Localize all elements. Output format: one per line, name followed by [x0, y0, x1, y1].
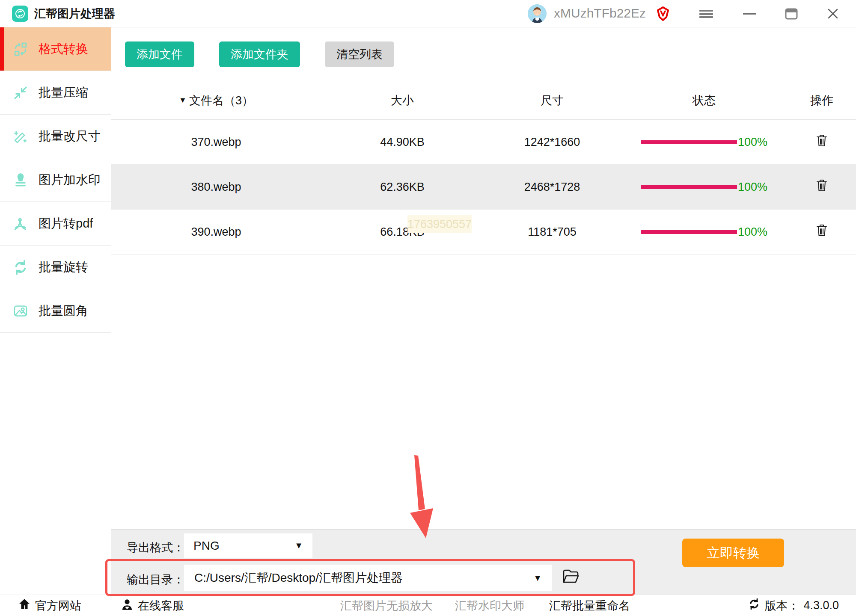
sidebar-item-batch-compress[interactable]: 批量压缩 [0, 71, 111, 115]
main-content: 添加文件 添加文件夹 清空列表 ▼ 文件名（3） 大小 尺寸 状态 操作 370… [111, 27, 856, 595]
user-avatar[interactable] [528, 4, 547, 23]
progress-bar [641, 185, 737, 189]
header-filename[interactable]: ▼ 文件名（3） [111, 93, 321, 108]
vip-badge-icon[interactable] [655, 6, 671, 24]
cell-dimensions: 1181*705 [484, 225, 621, 239]
output-dir-select[interactable]: C:/Users/汇帮/Desktop/汇帮图片处理器 ▼ [184, 565, 552, 591]
progress-label: 100% [738, 136, 767, 149]
cell-dimensions: 2468*1728 [484, 181, 621, 194]
link-lossless-upscale[interactable]: 汇帮图片无损放大 [340, 598, 433, 613]
header-action: 操作 [788, 93, 856, 108]
export-format-label: 导出格式： [127, 540, 184, 555]
cell-filename: 390.webp [191, 225, 241, 239]
sidebar-item-label: 图片加水印 [39, 172, 101, 189]
sidebar: 格式转换 批量压缩 批量改尺寸 [0, 27, 111, 595]
home-icon [18, 598, 31, 613]
header-status: 状态 [621, 93, 788, 108]
header-size: 大小 [321, 93, 484, 108]
sidebar-item-image-to-pdf[interactable]: 图片转pdf [0, 202, 111, 246]
sidebar-item-batch-round-corner[interactable]: 批量圆角 [0, 289, 111, 333]
version-info: 版本： 4.3.0.0 [748, 598, 839, 613]
window-menu-icon[interactable] [699, 10, 713, 18]
cell-filename: 380.webp [191, 181, 241, 194]
pdf-icon [13, 216, 28, 231]
cell-dimensions: 1242*1660 [484, 136, 621, 149]
sidebar-item-label: 批量圆角 [39, 302, 88, 320]
window-minimize-icon[interactable] [743, 13, 756, 15]
output-dir-label: 输出目录： [127, 572, 184, 587]
format-convert-icon [13, 41, 28, 57]
cell-size: 44.90KB [321, 136, 484, 149]
sidebar-item-label: 批量压缩 [39, 84, 88, 101]
table-header: ▼ 文件名（3） 大小 尺寸 状态 操作 [111, 81, 856, 120]
username-label[interactable]: xMUzhTFb22Ez [554, 0, 646, 27]
export-format-select[interactable]: PNG ▼ [184, 533, 312, 558]
table-row: 370.webp 44.90KB 1242*1660 100% [111, 120, 856, 165]
toolbar: 添加文件 添加文件夹 清空列表 [111, 27, 856, 81]
link-watermark-master[interactable]: 汇帮水印大师 [455, 598, 524, 613]
header-dimensions: 尺寸 [484, 93, 621, 108]
rounded-image-icon [13, 303, 28, 319]
add-file-button[interactable]: 添加文件 [125, 41, 194, 67]
browse-folder-button[interactable] [562, 568, 580, 586]
sidebar-item-label: 批量改尺寸 [39, 128, 101, 145]
watermark-stamp-icon [13, 172, 28, 188]
cell-size: 62.36KB [321, 181, 484, 194]
person-icon [121, 598, 134, 613]
progress-label: 100% [738, 181, 767, 194]
link-batch-rename[interactable]: 汇帮批量重命名 [549, 598, 630, 613]
clear-list-button[interactable]: 清空列表 [325, 41, 394, 67]
sidebar-item-batch-resize[interactable]: 批量改尺寸 [0, 115, 111, 158]
cell-filename: 370.webp [191, 136, 241, 149]
sidebar-item-label: 批量旋转 [39, 259, 88, 276]
sidebar-item-label: 格式转换 [39, 41, 88, 58]
sidebar-item-label: 图片转pdf [39, 215, 93, 232]
app-title: 汇帮图片处理器 [34, 0, 115, 27]
official-website-link[interactable]: 官方网站 [18, 598, 81, 613]
batch-rotate-icon [13, 260, 28, 275]
cell-size: 66.18KB [321, 225, 484, 239]
refresh-icon [748, 598, 760, 613]
header-filename-label: 文件名（3） [189, 93, 253, 108]
output-dir-path: C:/Users/汇帮/Desktop/汇帮图片处理器 [194, 570, 403, 586]
add-folder-button[interactable]: 添加文件夹 [219, 41, 300, 67]
version-value: 4.3.0.0 [803, 599, 839, 612]
delete-row-button[interactable] [815, 133, 828, 149]
app-logo-icon [12, 6, 28, 22]
table-row: 380.webp 62.36KB 2468*1728 100% [111, 165, 856, 210]
sidebar-item-watermark[interactable]: 图片加水印 [0, 158, 111, 202]
delete-row-button[interactable] [815, 178, 828, 194]
empty-list-area [111, 255, 856, 529]
online-service-link[interactable]: 在线客服 [121, 598, 184, 613]
sort-desc-icon[interactable]: ▼ [179, 96, 187, 105]
table-row: 390.webp 66.18KB 1181*705 100% [111, 210, 856, 255]
export-format-value: PNG [193, 539, 220, 553]
chevron-down-icon: ▼ [533, 573, 542, 583]
chevron-down-icon: ▼ [294, 541, 303, 551]
progress-bar [641, 230, 737, 234]
batch-compress-icon [13, 85, 28, 101]
online-service-label: 在线客服 [138, 598, 184, 613]
footer: 官方网站 在线客服 汇帮图片无损放大 汇帮水印大师 汇帮批量重命名 版本： 4.… [0, 595, 856, 616]
sidebar-item-batch-rotate[interactable]: 批量旋转 [0, 246, 111, 289]
sidebar-item-format-convert[interactable]: 格式转换 [0, 27, 111, 71]
batch-resize-icon [13, 129, 28, 144]
export-panel: 导出格式： PNG ▼ 输出目录： C:/Users/汇帮/Desktop/汇帮… [111, 529, 856, 595]
title-bar: 汇帮图片处理器 xMUzhTFb22Ez [0, 0, 856, 27]
progress-label: 100% [738, 225, 767, 239]
version-label: 版本： [764, 598, 799, 613]
progress-bar [641, 140, 737, 144]
official-website-label: 官方网站 [35, 598, 81, 613]
window-maximize-icon[interactable] [785, 8, 798, 21]
convert-now-button[interactable]: 立即转换 [682, 539, 784, 567]
window-close-icon[interactable] [827, 8, 839, 21]
delete-row-button[interactable] [815, 223, 828, 239]
